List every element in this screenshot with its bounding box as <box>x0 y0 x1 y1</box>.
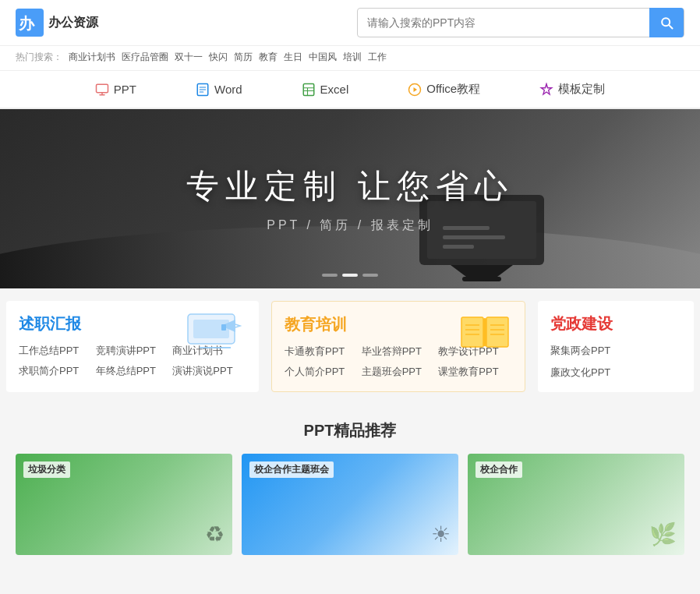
logo-icon: 办 <box>16 9 44 37</box>
banner: 专业定制 让您省心 PPT / 简历 / 报表定制 <box>0 109 700 288</box>
category-links-2: 聚集两会PPT 廉政文化PPT <box>550 344 681 380</box>
ppt-card-label-1: 校企合作主题班会 <box>249 461 334 478</box>
tab-template-label: 模板定制 <box>558 82 605 97</box>
banner-dots <box>322 274 378 277</box>
search-input[interactable] <box>358 16 649 29</box>
card-deco-2: 🌿 <box>649 522 677 547</box>
logo-area: 办 办公资源 <box>16 9 98 37</box>
svg-rect-2 <box>96 84 108 93</box>
category-link[interactable]: 课堂教育PPT <box>438 365 512 379</box>
category-link[interactable]: 个人简介PPT <box>285 365 359 379</box>
category-icon-1 <box>458 311 512 361</box>
search-icon <box>659 15 674 30</box>
hot-search-item[interactable]: 简历 <box>234 51 253 64</box>
hot-search-item[interactable]: 医疗品管圈 <box>122 51 168 64</box>
tab-excel-label: Excel <box>320 83 349 96</box>
hot-search-label: 热门搜索： <box>16 51 62 64</box>
banner-dot-3[interactable] <box>362 274 378 277</box>
category-link[interactable]: 廉政文化PPT <box>550 366 681 380</box>
category-title-2: 党政建设 <box>550 313 681 334</box>
office-icon <box>408 83 422 97</box>
category-link[interactable]: 卡通教育PPT <box>285 345 359 359</box>
nav-tabs: PPT Word Excel Office教程 <box>0 71 700 109</box>
tab-word-label: Word <box>214 83 242 96</box>
tab-office-label: Office教程 <box>426 82 480 97</box>
svg-rect-12 <box>462 277 501 281</box>
ppt-card-2[interactable]: 校企合作 🌿 <box>468 454 684 555</box>
hot-search-bar: 热门搜索： 商业计划书 医疗品管圈 双十一 快闪 简历 教育 生日 中国风 培训… <box>0 46 700 71</box>
banner-title: 专业定制 让您省心 <box>186 164 514 208</box>
category-link[interactable]: 工作总结PPT <box>19 344 93 358</box>
ppt-card-label-2: 校企合作 <box>476 461 522 478</box>
tab-template[interactable]: 模板定制 <box>533 79 611 100</box>
hot-search-item[interactable]: 工作 <box>368 51 387 64</box>
categories-section: 述职汇报 工作总结PPT 竞聘演讲PPT 商业计划书 求职简介PPT 年终总结P… <box>0 288 700 405</box>
banner-dot-2[interactable] <box>342 274 358 277</box>
search-area <box>357 8 684 37</box>
ppt-section-title: PPT精品推荐 <box>16 412 684 454</box>
card-deco-1: ☀ <box>431 522 451 547</box>
tab-office[interactable]: Office教程 <box>401 79 486 100</box>
ppt-card-label-0: 垃圾分类 <box>23 461 70 478</box>
ppt-card-0[interactable]: 垃圾分类 ♻ <box>16 454 232 555</box>
category-link[interactable]: 竞聘演讲PPT <box>96 344 170 358</box>
logo-text: 办公资源 <box>48 15 98 31</box>
hot-search-item[interactable]: 快闪 <box>209 51 228 64</box>
hot-search-item[interactable]: 商业计划书 <box>69 51 115 64</box>
svg-marker-6 <box>414 87 418 92</box>
svg-rect-10 <box>443 235 505 239</box>
svg-rect-17 <box>461 317 483 347</box>
excel-icon <box>302 83 316 97</box>
tab-ppt[interactable]: PPT <box>89 80 143 100</box>
hot-search-item[interactable]: 中国风 <box>309 51 337 64</box>
category-link[interactable]: 主题班会PPT <box>362 365 436 379</box>
hot-search-item[interactable]: 培训 <box>343 51 362 64</box>
svg-rect-9 <box>443 226 490 230</box>
word-icon <box>196 83 210 97</box>
category-card-2: 党政建设 聚集两会PPT 廉政文化PPT <box>538 301 694 392</box>
hot-search-item[interactable]: 双十一 <box>175 51 203 64</box>
header: 办 办公资源 <box>0 0 700 46</box>
card-deco-0: ♻ <box>205 522 224 547</box>
category-icon-0 <box>184 310 246 360</box>
category-link[interactable]: 演讲演说PPT <box>172 364 246 378</box>
svg-rect-18 <box>486 317 508 347</box>
template-icon <box>539 83 553 97</box>
category-link[interactable]: 年终总结PPT <box>96 364 170 378</box>
ppt-card-1[interactable]: 校企合作主题班会 ☀ <box>242 454 458 555</box>
svg-rect-16 <box>221 324 226 331</box>
search-button[interactable] <box>649 8 684 37</box>
category-link[interactable]: 求职简介PPT <box>19 364 93 378</box>
ppt-grid: 垃圾分类 ♻ 校企合作主题班会 ☀ 校企合作 🌿 <box>16 454 684 555</box>
hot-search-item[interactable]: 生日 <box>284 51 302 64</box>
svg-text:办: 办 <box>18 15 35 32</box>
banner-subtitle: PPT / 简历 / 报表定制 <box>267 217 433 234</box>
hot-search-item[interactable]: 教育 <box>259 51 278 64</box>
category-card-0: 述职汇报 工作总结PPT 竞聘演讲PPT 商业计划书 求职简介PPT 年终总结P… <box>6 301 259 392</box>
category-link[interactable]: 毕业答辩PPT <box>362 345 436 359</box>
ppt-recommend-section: PPT精品推荐 垃圾分类 ♻ 校企合作主题班会 ☀ 校企合作 🌿 <box>0 405 700 567</box>
svg-rect-11 <box>443 245 474 249</box>
banner-dot-1[interactable] <box>322 274 338 277</box>
tab-word[interactable]: Word <box>189 80 249 100</box>
ppt-icon <box>95 83 109 97</box>
category-card-1: 教育培训 卡通教育PPT 毕业答辩PPT 教学设计PPT 个人简介PPT 主题班… <box>271 301 525 392</box>
svg-rect-4 <box>303 83 314 95</box>
tab-excel[interactable]: Excel <box>295 80 355 100</box>
tab-ppt-label: PPT <box>114 83 136 96</box>
category-link[interactable]: 聚集两会PPT <box>550 344 681 358</box>
